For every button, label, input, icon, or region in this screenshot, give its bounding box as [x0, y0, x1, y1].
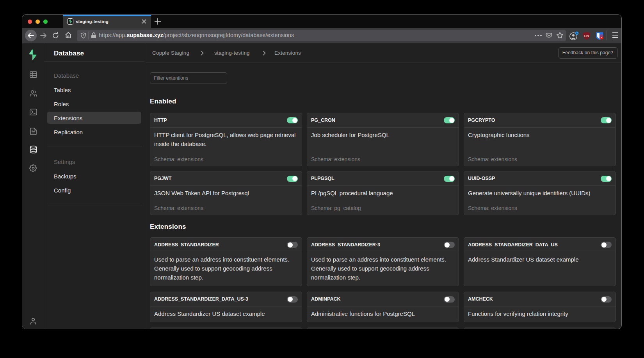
svg-text:UO: UO: [584, 34, 589, 38]
